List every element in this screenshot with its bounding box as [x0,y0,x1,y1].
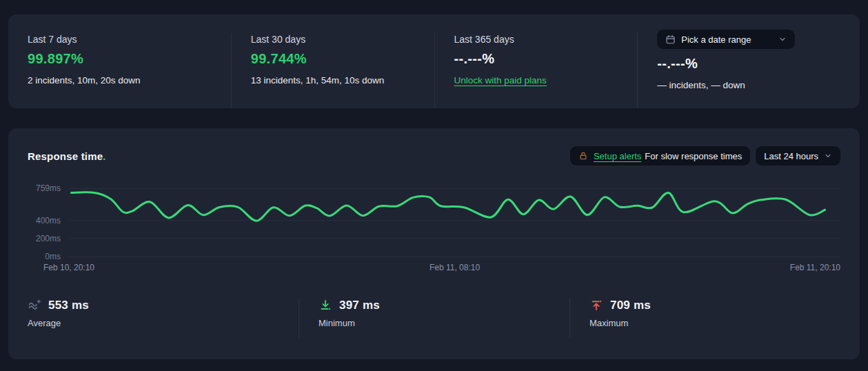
unlock-paid-plans-link[interactable]: Unlock with paid plans [454,74,547,86]
x-axis-label: Feb 11, 08:10 [430,263,480,272]
setup-alerts-link[interactable]: Setup alerts [594,151,641,161]
minimum-value: 397 ms [339,299,380,312]
setup-alerts-pill: Setup alerts For slow response times [570,146,750,166]
time-range-select[interactable]: Last 24 hours [756,146,840,166]
lock-icon [578,151,588,161]
card-label: Last 365 days [454,33,638,46]
uptime-dashboard-page: Last 7 days 99.897% 2 incidents, 10m, 20… [0,0,868,359]
x-axis-label: Feb 10, 20:10 [43,263,94,272]
card-label: Last 7 days [28,33,231,46]
response-time-stats: 553 ms Average 397 ms Mi [28,299,840,338]
incidents-detail: 2 incidents, 10m, 20s down [28,74,231,86]
stat-label: Minimum [319,318,569,328]
y-tick-label: 200ms [36,234,61,243]
response-header-actions: Setup alerts For slow response times Las… [570,146,840,166]
arrow-up-from-line-icon [589,299,603,312]
response-time-title-text: Response time [28,150,103,162]
y-tick-label: 759ms [36,183,61,193]
response-time-line [69,188,840,257]
stat-minimum: 397 ms Minimum [299,299,569,338]
stat-label: Maximum [589,318,840,328]
uptime-card-last-365-days: Last 365 days --.---% Unlock with paid p… [434,33,638,108]
stat-label: Average [28,318,299,328]
incidents-detail: 13 incidents, 1h, 54m, 10s down [251,74,434,86]
time-range-label: Last 24 hours [764,151,818,161]
calendar-icon [665,34,676,45]
x-axis-label: Feb 11, 20:10 [790,263,840,272]
y-tick-label: 0ms [45,252,61,261]
stat-maximum: 709 ms Maximum [569,299,840,338]
average-wave-icon [28,299,41,312]
uptime-percentage: 99.744% [251,50,434,67]
uptime-overview-panel: Last 7 days 99.897% 2 incidents, 10m, 20… [8,14,860,108]
uptime-card-custom-range: Pick a date range --.---% — incidents, —… [637,33,840,108]
average-value: 553 ms [48,299,89,312]
setup-alerts-description: For slow response times [645,151,742,161]
incidents-detail: — incidents, — down [657,79,840,91]
title-accent-dot: . [103,150,105,162]
stat-value-row: 553 ms [28,299,299,312]
y-axis-labels: 759ms400ms200ms0ms [28,188,69,257]
response-time-title: Response time. [28,150,106,162]
uptime-card-last-7-days: Last 7 days 99.897% 2 incidents, 10m, 20… [28,33,231,108]
date-range-picker-button[interactable]: Pick a date range [657,30,795,49]
card-label: Last 30 days [251,33,434,46]
response-time-panel: Response time. Setup alerts For slow res… [8,128,860,359]
uptime-percentage-locked: --.---% [454,50,638,67]
arrow-down-to-line-icon [319,299,332,312]
chevron-down-icon [778,35,787,43]
date-range-picker-label: Pick a date range [681,34,751,45]
response-time-header: Response time. Setup alerts For slow res… [28,146,840,166]
maximum-value: 709 ms [610,299,651,312]
uptime-percentage: 99.897% [28,50,231,67]
stat-average: 553 ms Average [28,299,299,338]
stat-value-row: 709 ms [589,299,840,312]
response-time-chart: 759ms400ms200ms0ms [28,188,840,257]
chevron-down-icon [824,152,832,160]
x-axis-labels: Feb 10, 20:10 Feb 11, 08:10 Feb 11, 20:1… [69,263,840,274]
stat-value-row: 397 ms [319,299,569,312]
uptime-percentage-locked: --.---% [657,55,840,72]
response-time-plot [69,188,840,257]
uptime-card-last-30-days: Last 30 days 99.744% 13 incidents, 1h, 5… [231,33,434,108]
y-tick-label: 400ms [36,216,61,225]
